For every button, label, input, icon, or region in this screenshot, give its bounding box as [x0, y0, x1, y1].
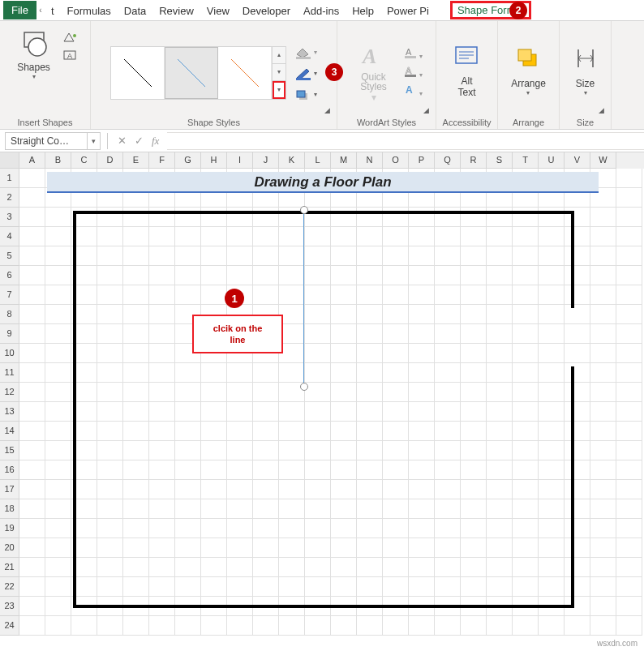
col-header[interactable]: D — [97, 152, 123, 169]
cell[interactable] — [19, 324, 45, 344]
cell[interactable] — [616, 422, 642, 441]
cell[interactable] — [45, 324, 71, 344]
col-header[interactable]: W — [590, 152, 616, 169]
cell[interactable] — [590, 266, 616, 285]
text-outline-icon[interactable]: A▾ — [403, 66, 423, 79]
col-header[interactable]: O — [383, 152, 409, 169]
col-header[interactable]: M — [331, 152, 357, 169]
cell[interactable] — [590, 597, 616, 616]
cell[interactable] — [123, 616, 149, 636]
row-header[interactable]: 15 — [0, 441, 19, 460]
dialog-launcher-icon[interactable]: ◢ — [423, 106, 429, 114]
cell[interactable] — [19, 363, 45, 383]
cell[interactable] — [590, 208, 616, 227]
shape-styles-gallery[interactable]: ▴ ▾ ▾ — [110, 46, 286, 100]
cell[interactable] — [590, 363, 616, 383]
shapes-button[interactable]: Shapes ▾ — [11, 29, 58, 80]
cell[interactable] — [590, 246, 616, 266]
cell[interactable] — [616, 188, 642, 208]
cell[interactable] — [19, 422, 45, 441]
col-header[interactable]: I — [227, 152, 253, 169]
col-header[interactable]: N — [357, 152, 383, 169]
shape-fill-icon[interactable]: ▾ — [294, 45, 317, 60]
col-header[interactable]: S — [487, 152, 513, 169]
cell[interactable] — [45, 597, 71, 616]
style-thumb-3[interactable] — [218, 47, 272, 99]
cell[interactable] — [45, 538, 71, 558]
row-header[interactable]: 11 — [0, 363, 19, 383]
cell[interactable] — [19, 188, 45, 208]
cell[interactable] — [45, 519, 71, 538]
cell[interactable] — [19, 616, 45, 636]
row-header[interactable]: 3 — [0, 208, 19, 227]
row-header[interactable]: 20 — [0, 538, 19, 558]
cell[interactable] — [45, 460, 71, 480]
cell[interactable] — [19, 519, 45, 538]
col-header[interactable]: F — [149, 152, 175, 169]
alt-text-button[interactable]: Alt Text — [453, 42, 482, 98]
cell[interactable] — [19, 538, 45, 558]
row-header[interactable]: 5 — [0, 246, 19, 266]
cell[interactable] — [616, 480, 642, 499]
text-effects-icon[interactable]: A▾ — [403, 84, 423, 98]
cell[interactable] — [539, 616, 565, 636]
col-header[interactable]: B — [45, 152, 71, 169]
cell[interactable] — [71, 616, 97, 636]
tab-nav-left[interactable]: ‹ — [36, 6, 45, 15]
draw-text-icon[interactable]: A — [61, 49, 80, 62]
cell[interactable] — [19, 480, 45, 499]
cancel-icon[interactable]: ✕ — [118, 135, 127, 147]
cell[interactable] — [590, 441, 616, 460]
cell[interactable] — [590, 558, 616, 577]
tab-help[interactable]: Help — [346, 2, 380, 19]
cell[interactable] — [435, 616, 461, 636]
cell[interactable] — [590, 422, 616, 441]
cell[interactable] — [19, 208, 45, 227]
cell[interactable] — [45, 480, 71, 499]
row-header[interactable]: 4 — [0, 227, 19, 246]
dialog-launcher-icon[interactable]: ◢ — [324, 106, 330, 114]
cell[interactable] — [45, 266, 71, 285]
cell[interactable] — [616, 616, 642, 636]
col-header[interactable]: U — [539, 152, 565, 169]
cell[interactable] — [565, 616, 590, 636]
cell[interactable] — [513, 616, 539, 636]
col-header[interactable]: Q — [435, 152, 461, 169]
selected-line-shape[interactable] — [298, 203, 311, 393]
cell[interactable] — [305, 616, 331, 636]
resize-handle-top[interactable] — [300, 206, 308, 214]
col-header[interactable]: T — [513, 152, 539, 169]
row-header[interactable]: 22 — [0, 577, 19, 597]
cell[interactable] — [616, 246, 642, 266]
cell[interactable] — [616, 285, 642, 305]
style-thumb-2[interactable] — [165, 47, 218, 99]
cell[interactable] — [461, 616, 487, 636]
cell[interactable] — [45, 344, 71, 363]
cell[interactable] — [590, 402, 616, 422]
cell[interactable] — [45, 363, 71, 383]
gallery-more[interactable]: ▾ — [273, 81, 286, 99]
cell[interactable] — [616, 402, 642, 422]
gallery-down[interactable]: ▾ — [273, 64, 286, 81]
row-header[interactable]: 19 — [0, 519, 19, 538]
cell[interactable] — [45, 558, 71, 577]
dialog-launcher-icon[interactable]: ◢ — [599, 106, 604, 114]
cell[interactable] — [590, 616, 616, 636]
cell[interactable] — [616, 597, 642, 616]
col-header[interactable]: A — [19, 152, 45, 169]
row-header[interactable]: 14 — [0, 422, 19, 441]
row-header[interactable]: 10 — [0, 344, 19, 363]
cell[interactable] — [616, 227, 642, 246]
tab-data[interactable]: Data — [118, 2, 152, 19]
formula-bar[interactable] — [167, 132, 644, 150]
row-header[interactable]: 2 — [0, 188, 19, 208]
cell[interactable] — [19, 597, 45, 616]
cell[interactable] — [19, 577, 45, 597]
cell[interactable] — [45, 422, 71, 441]
cell[interactable] — [175, 616, 201, 636]
cell[interactable] — [590, 538, 616, 558]
cell[interactable] — [19, 558, 45, 577]
row-header[interactable]: 6 — [0, 266, 19, 285]
gallery-up[interactable]: ▴ — [273, 47, 286, 64]
cell[interactable] — [19, 383, 45, 402]
